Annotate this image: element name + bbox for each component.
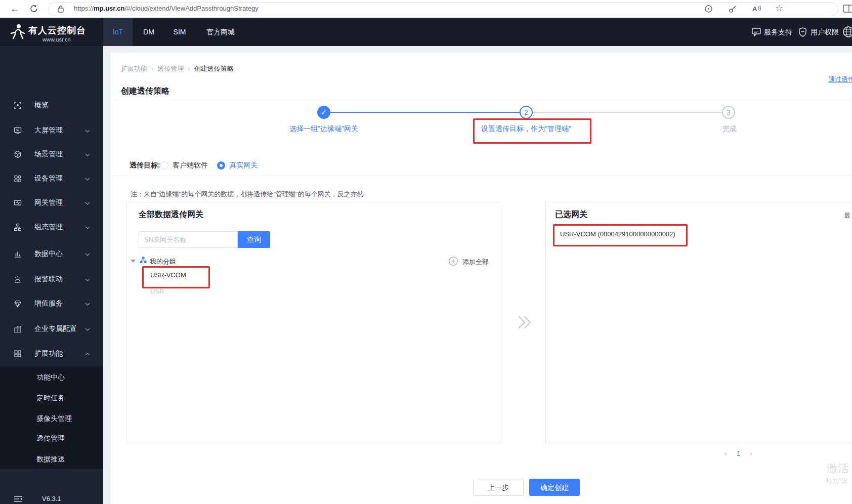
tree-group-label[interactable]: 我的分组	[150, 257, 176, 266]
add-all-label[interactable]: 添加全部	[462, 258, 489, 267]
chevron-down-icon	[85, 253, 90, 256]
chevron-down-icon	[85, 303, 90, 306]
submenu-item-camera[interactable]: 摄像头管理	[36, 414, 72, 425]
split-screen-icon[interactable]	[843, 5, 852, 15]
url-scheme: https://	[74, 5, 94, 12]
tree-item-usr[interactable]: USR	[150, 287, 164, 295]
page-title: 创建透传策略	[121, 86, 169, 97]
sidebar-label: 大屏管理	[34, 126, 63, 135]
nav-tab-sim[interactable]: SIM	[167, 18, 192, 46]
sidebar-item-gateway[interactable]: 网关管理	[0, 198, 103, 209]
radio-real-gateway-label[interactable]: 真实网关	[229, 161, 258, 170]
breadcrumb-extend[interactable]: 扩展功能	[121, 65, 147, 72]
lock-icon	[58, 5, 64, 15]
step3-circle: 3	[722, 106, 735, 119]
breadcrumb-separator: ›	[151, 65, 153, 72]
selected-gateway-item[interactable]: USR-VCOM (00004291000000000002)	[560, 230, 675, 238]
windows-watermark-line1: 激活 V	[827, 461, 852, 476]
radio-real-gateway[interactable]	[217, 161, 225, 170]
read-aloud-icon[interactable]: A	[752, 4, 762, 15]
alarm-icon	[14, 275, 22, 283]
tree-item-usr-vcom[interactable]: USR-VCOM	[150, 271, 186, 279]
nav-support[interactable]: 服务支持	[764, 18, 792, 46]
sidebar-item-enterprise[interactable]: 企业专属配置	[0, 324, 103, 335]
vas-icon	[14, 300, 22, 308]
sidebar-item-bigscreen[interactable]: 大屏管理	[0, 125, 103, 137]
all-gateways-title: 全部数据透传网关	[139, 209, 203, 220]
divider	[111, 176, 852, 176]
sidebar-item-alarm[interactable]: 报警联动	[0, 274, 103, 285]
nav-tab-shop[interactable]: 官方商城	[200, 18, 241, 46]
search-button[interactable]: 查询	[238, 231, 270, 248]
url-text[interactable]: https://mp.usr.cn/#/cloud/extend/ViewAdd…	[74, 5, 259, 12]
step-connector-pending	[533, 112, 722, 113]
sidebar-label: 报警联动	[34, 275, 63, 284]
password-key-icon[interactable]	[729, 5, 737, 15]
breadcrumb-passthrough[interactable]: 透传管理	[157, 65, 184, 72]
pagination-page-1[interactable]: 1	[737, 449, 741, 457]
submenu-item-passthrough[interactable]: 透传管理	[36, 434, 65, 444]
scene-icon	[14, 150, 22, 158]
logo-subtitle: www.usr.cn	[42, 36, 71, 43]
submenu-item-timed-task[interactable]: 定时任务	[36, 394, 65, 404]
search-input[interactable]	[139, 231, 238, 248]
breadcrumb-separator: ›	[188, 65, 190, 72]
sidebar-item-overview[interactable]: 概览	[0, 100, 103, 111]
sidebar-label: 数据中心	[34, 249, 63, 259]
sidebar-label: 企业专属配置	[34, 324, 77, 333]
favorite-star-icon[interactable]: ☆	[775, 3, 783, 14]
browser-refresh-icon[interactable]	[29, 4, 38, 15]
radio-client-software-label[interactable]: 客户端软件	[173, 161, 208, 170]
prev-step-button[interactable]: 上一步	[473, 479, 524, 496]
nav-tab-dm[interactable]: DM	[138, 18, 160, 46]
browser-chrome: ← https://mp.usr.cn/#/cloud/extend/ViewA…	[0, 0, 852, 18]
divider	[111, 101, 852, 101]
sidebar-label: 组态管理	[34, 223, 63, 232]
sidebar-collapse-icon[interactable]	[14, 495, 23, 504]
submenu-item-function-center[interactable]: 功能中心	[36, 373, 65, 383]
sidebar-item-vas[interactable]: 增值服务	[0, 299, 103, 310]
url-host: mp.usr.cn	[94, 5, 124, 12]
create-confirm-button[interactable]: 确定创建	[529, 479, 580, 496]
sidebar-label: 设备管理	[34, 174, 63, 183]
logo-title[interactable]: 有人云控制台	[28, 24, 86, 36]
sidebar-item-scada[interactable]: 组态管理	[0, 222, 103, 233]
sidebar-item-datacenter[interactable]: 数据中心	[0, 249, 103, 260]
sidebar-label: 场景管理	[34, 150, 63, 159]
sidebar-label: 扩展功能	[34, 349, 63, 358]
selected-gateways-panel	[545, 202, 852, 444]
sidebar-item-extend[interactable]: 扩展功能	[0, 349, 103, 360]
svg-text:A: A	[752, 5, 757, 13]
datacenter-icon	[14, 250, 22, 258]
nav-tab-iot[interactable]: IoT	[103, 18, 133, 46]
radio-client-software[interactable]	[160, 161, 168, 170]
pagination-next[interactable]: ›	[750, 449, 752, 457]
max-hint-clipped: 最	[844, 211, 850, 220]
browser-back-icon[interactable]: ←	[10, 4, 19, 14]
chevron-down-icon	[85, 226, 90, 229]
bigscreen-icon	[14, 127, 22, 135]
sidebar-item-scene[interactable]: 场景管理	[0, 149, 103, 160]
send-to-device-icon[interactable]	[704, 5, 713, 15]
submenu-item-data-push[interactable]: 数据推送	[36, 455, 65, 465]
pagination-prev[interactable]: ‹	[725, 449, 727, 457]
sidebar-item-device[interactable]: 设备管理	[0, 174, 103, 185]
tree-expand-arrow[interactable]	[131, 260, 136, 263]
enterprise-icon	[14, 325, 22, 333]
group-icon	[140, 257, 147, 266]
usr-logo-icon[interactable]	[10, 23, 25, 43]
device-icon	[14, 175, 22, 183]
scada-icon	[14, 223, 22, 231]
top-nav: 有人云控制台 www.usr.cn IoT DM SIM 官方商城 服务支持 用…	[0, 18, 852, 46]
step1-circle: ✓	[317, 106, 330, 119]
step-connector-done	[330, 112, 520, 113]
passthrough-guide-link[interactable]: 通过透传	[828, 75, 852, 84]
windows-watermark-line2: 转到"设	[826, 476, 848, 485]
globe-icon[interactable]	[842, 25, 852, 40]
chevron-down-icon	[85, 328, 90, 331]
overview-icon	[14, 101, 22, 109]
shield-icon	[798, 27, 807, 39]
add-all-icon[interactable]	[448, 256, 458, 268]
breadcrumb: 扩展功能›透传管理›创建透传策略	[121, 64, 234, 73]
nav-permission[interactable]: 用户权限	[811, 18, 839, 46]
